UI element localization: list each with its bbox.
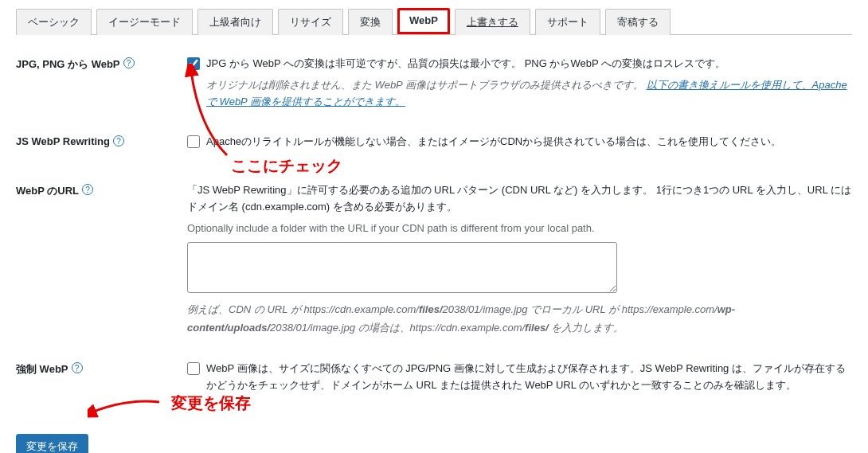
save-button[interactable]: 変更を保存	[16, 434, 88, 453]
row-webp-url: WebP のURL ? 「JS WebP Rewriting」に許可する必要のあ…	[16, 182, 852, 337]
help-icon[interactable]: ?	[113, 135, 124, 146]
desc-jpg-png-prefix: オリジナルは削除されません、また WebP 画像はサポートブラウザのみ提供される…	[206, 79, 643, 91]
row-force-webp: 強制 WebP ? WebP 画像は、サイズに関係なくすべての JPG/PNG …	[16, 361, 852, 394]
checkbox-js-webp[interactable]	[187, 135, 200, 148]
row-jpg-png-webp: JPG, PNG から WebP ? JPG から WebP への変換は非可逆で…	[16, 56, 852, 110]
tab-overwrite[interactable]: 上書きする	[455, 9, 530, 35]
label-js-webp: JS WebP Rewriting	[16, 135, 110, 147]
desc-webp-url-2: Optionally include a folder with the URL…	[187, 221, 852, 237]
label-webp-url: WebP のURL	[16, 184, 79, 198]
help-icon[interactable]: ?	[123, 57, 135, 68]
label-jpg-png-webp: JPG, PNG から WebP	[16, 57, 120, 72]
help-icon[interactable]: ?	[82, 184, 93, 195]
example-cdn-url: 例えば、CDN の URL が https://cdn.example.com/…	[187, 300, 852, 338]
checkbox-force-webp[interactable]	[187, 362, 200, 375]
desc-webp-url-1: 「JS WebP Rewriting」に許可する必要のある追加の URL パター…	[187, 182, 852, 216]
textarea-webp-url[interactable]	[187, 242, 617, 293]
cb-text-force-webp: WebP 画像は、サイズに関係なくすべての JPG/PNG 画像に対して生成およ…	[206, 361, 852, 394]
tab-easy[interactable]: イージーモード	[96, 9, 193, 35]
tab-advanced[interactable]: 上級者向け	[197, 9, 273, 35]
row-js-webp: JS WebP Rewriting ? Apacheのリライトルールが機能しない…	[16, 134, 852, 150]
help-icon[interactable]: ?	[72, 362, 83, 373]
tab-convert[interactable]: 変換	[348, 9, 393, 35]
tab-basic[interactable]: ベーシック	[16, 9, 92, 35]
label-force-webp: 強制 WebP	[16, 362, 68, 377]
annotation-text-check: ここにチェック	[231, 155, 342, 177]
cb-text-js-webp: Apacheのリライトルールが機能しない場合、またはイメージがCDNから提供され…	[206, 134, 781, 150]
annotation-text-save: 変更を保存	[171, 392, 251, 414]
cb-text-jpg-png-webp: JPG から WebP への変換は非可逆ですが、品質の損失は最小です。 PNG …	[206, 56, 725, 72]
tab-resize[interactable]: リサイズ	[278, 9, 343, 35]
tab-webp[interactable]: WebP	[397, 8, 450, 34]
tab-contribute[interactable]: 寄稿する	[605, 9, 671, 35]
checkbox-jpg-png-webp[interactable]	[187, 57, 200, 70]
tab-support[interactable]: サポート	[535, 9, 600, 35]
tabs-nav: ベーシック イージーモード 上級者向け リサイズ 変換 WebP 上書きする サ…	[16, 8, 852, 35]
